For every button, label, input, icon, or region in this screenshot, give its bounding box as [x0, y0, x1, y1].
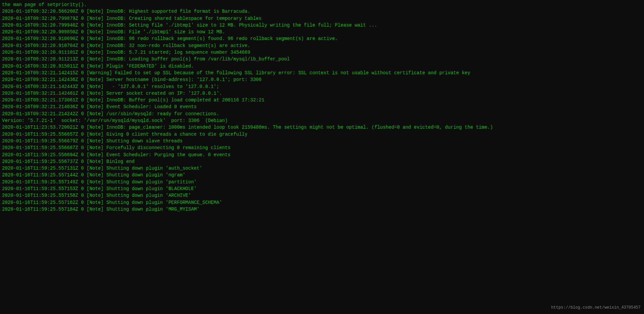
terminal-output: the man page of setpriority(). 2020-01-1… — [0, 0, 644, 214]
watermark: https://blog.csdn.net/weixin_43705457 — [551, 305, 641, 311]
